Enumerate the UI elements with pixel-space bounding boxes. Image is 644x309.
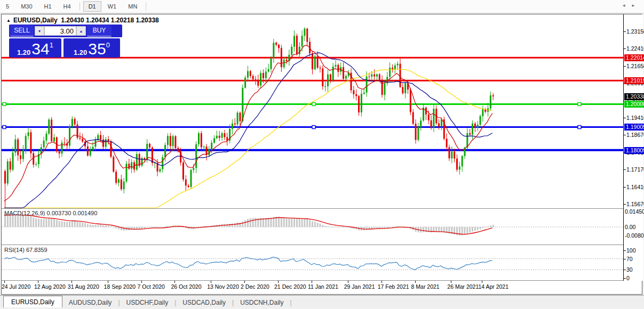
macd-histogram-bar — [113, 227, 114, 227]
price-level-badge-1.22014: 1.22014 — [624, 54, 644, 61]
hline-handle[interactable] — [312, 102, 315, 105]
macd-histogram-bar — [309, 220, 311, 227]
tab-scroll-right-icon[interactable]: ► — [631, 3, 641, 8]
timeframe-mn[interactable]: MN — [123, 1, 142, 12]
macd-histogram-bar — [343, 227, 344, 227]
candle-bear — [82, 139, 83, 141]
timeframe-d1[interactable]: D1 — [83, 1, 101, 12]
buy-price-tile[interactable]: 1.20 35 0 — [63, 38, 120, 58]
hline-handle[interactable] — [578, 102, 581, 105]
price-axis[interactable]: 1.231501.224101.216501.209101.201401.194… — [623, 14, 643, 281]
sell-price-tile[interactable]: 1.20 34 1 — [9, 38, 61, 58]
date-label: 7 Oct 2020 — [138, 283, 165, 290]
volume-input[interactable]: 3.00 — [44, 26, 76, 36]
tab-scroll-arrows[interactable]: ◄► — [622, 3, 641, 8]
candle-bull — [159, 169, 161, 172]
buy-price-big: 35 — [88, 42, 106, 56]
macd-histogram-bar — [435, 227, 437, 232]
candle-bull — [216, 136, 218, 139]
macd-histogram-bar — [420, 227, 422, 232]
rsi-axis-label: 0 — [626, 275, 630, 281]
volume-decrease-button[interactable]: ▼ — [35, 26, 44, 36]
candle-bull — [203, 147, 205, 147]
timeframe-h1[interactable]: H1 — [39, 1, 57, 12]
date-label: 24 Jul 2020 — [2, 283, 30, 290]
macd-histogram-bar — [327, 226, 329, 227]
macd-histogram-bar — [41, 219, 42, 227]
macd-histogram-bar — [53, 219, 55, 227]
tab-usdchf[interactable]: USDCHF,Daily — [120, 297, 175, 308]
macd-histogram-bar — [319, 224, 321, 227]
candle-bull — [71, 119, 73, 126]
macd-histogram-bar — [244, 220, 246, 227]
candle-bear — [379, 75, 380, 80]
macd-histogram-bar — [144, 227, 145, 229]
price-axis-label: 1.17170 — [626, 166, 644, 173]
macd-histogram-bar — [77, 222, 78, 227]
macd-histogram-bar — [59, 221, 60, 227]
macd-histogram-bar — [345, 227, 347, 227]
tab-audusd[interactable]: AUDUSD,Daily — [62, 297, 118, 308]
candle-bull — [61, 143, 62, 153]
tab-eurusd[interactable]: EURUSD,Daily — [3, 296, 62, 308]
date-tick — [71, 281, 72, 283]
date-axis[interactable]: 24 Jul 202012 Aug 202031 Aug 202018 Sep … — [2, 281, 623, 293]
macd-histogram-bar — [293, 218, 295, 227]
tab-usdcad[interactable]: USDCAD,Daily — [176, 297, 232, 308]
candle-bear — [30, 132, 31, 153]
hline-handle[interactable] — [578, 126, 581, 129]
timeframe-h4[interactable]: H4 — [58, 1, 76, 12]
macd-histogram-bar — [371, 227, 372, 229]
chart-ohlc-values: 1.20430 1.20434 1.20218 1.20338 — [61, 17, 159, 24]
candle-bull — [118, 180, 120, 183]
macd-histogram-bar — [314, 222, 316, 227]
candle-bear — [355, 94, 357, 96]
price-level-badge-1.18009: 1.18009 — [624, 147, 644, 154]
tab-scroll-left-icon[interactable]: ◄ — [622, 3, 631, 8]
trade-prices-row: 1.20 34 1 1.20 35 0 — [9, 38, 122, 56]
macd-histogram-bar — [87, 224, 89, 227]
macd-histogram-bar — [149, 227, 150, 227]
candle-bull — [105, 139, 107, 147]
macd-histogram-bar — [51, 219, 52, 227]
date-tick — [348, 281, 348, 283]
date-label: 11 Jan 2021 — [308, 283, 338, 290]
candle-bear — [400, 64, 401, 87]
timeframe-5[interactable]: 5 — [1, 1, 14, 12]
macd-histogram-bar — [33, 217, 34, 227]
timeframe-m30[interactable]: M30 — [15, 1, 37, 12]
candle-bull — [371, 75, 372, 77]
volume-increase-button[interactable]: ▲ — [76, 26, 86, 36]
candle-bull — [211, 143, 212, 150]
candle-bull — [462, 156, 463, 166]
sell-button[interactable]: SELL — [10, 25, 34, 37]
candle-bull — [314, 56, 316, 69]
hline-handle[interactable] — [312, 126, 315, 129]
hline-handle[interactable] — [3, 126, 6, 129]
macd-histogram-bar — [152, 227, 153, 227]
tab-usdcnh[interactable]: USDCNH,Daily — [234, 297, 290, 308]
macd-histogram-bar — [100, 225, 101, 227]
macd-histogram-bar — [38, 219, 39, 227]
candle-bear — [368, 76, 370, 77]
candle-bull — [459, 166, 460, 169]
candle-bear — [10, 161, 11, 170]
price-level-badge-1.20338: 1.20338 — [624, 93, 644, 100]
price-axis-tick — [624, 187, 626, 188]
macd-histogram-bar — [35, 218, 37, 227]
collapse-triangle-icon[interactable]: ▲ — [6, 18, 11, 23]
candle-bear — [415, 124, 417, 140]
macd-histogram-bar — [386, 227, 388, 228]
spin-down-icon: ▼ — [38, 29, 42, 33]
macd-histogram-bar — [45, 219, 47, 227]
buy-price-sup: 0 — [106, 38, 110, 52]
timeframe-w1[interactable]: W1 — [102, 1, 122, 12]
candle-bear — [343, 67, 344, 79]
macd-histogram-bar — [250, 218, 251, 227]
hline-handle[interactable] — [3, 102, 6, 105]
macd-histogram-bar — [466, 227, 468, 233]
macd-histogram-bar — [288, 218, 290, 227]
rsi-indicator-label: RSI(14) 67.8359 — [4, 247, 47, 253]
buy-button[interactable]: BUY — [87, 25, 112, 37]
toolbar-separator — [146, 2, 146, 11]
